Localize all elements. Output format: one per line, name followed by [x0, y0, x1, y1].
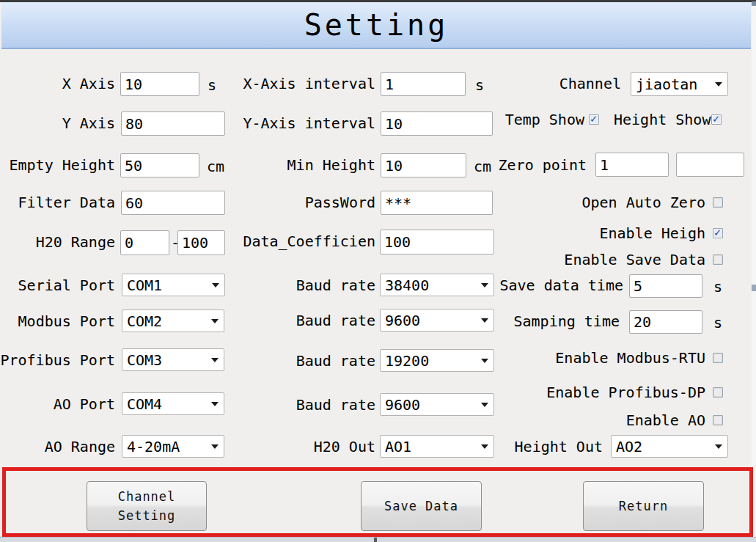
- chevron-down-icon: [715, 82, 722, 87]
- modbus-baud-label: Baud rate: [235, 309, 375, 333]
- serial-baud-value: 38400: [385, 277, 429, 294]
- ao-baud-label: Baud rate: [235, 393, 375, 417]
- scrollbar-top-mark: [752, 1, 756, 6]
- enable-save-data-label: Enable Save Data: [469, 252, 705, 267]
- background-window-mark: [374, 538, 377, 542]
- min-height-input[interactable]: [381, 153, 466, 177]
- samping-time-label: Samping time: [480, 310, 620, 334]
- modbus-baud-value: 9600: [385, 312, 420, 329]
- chevron-down-icon: [211, 402, 219, 406]
- filter-data-input[interactable]: [121, 191, 225, 215]
- modbus-port-value: COM2: [127, 312, 162, 330]
- save-data-time-label: Save data time: [484, 274, 623, 298]
- h2o-range-from-input[interactable]: [120, 230, 169, 255]
- zero-point-input-2[interactable]: [676, 153, 744, 177]
- channel-select[interactable]: jiaotan: [631, 72, 728, 96]
- temp-show-label: Temp Show: [477, 112, 584, 127]
- height-out-select[interactable]: AO2: [611, 435, 728, 458]
- enable-heigh-checkbox[interactable]: [713, 228, 723, 238]
- ao-range-label: AO Range: [0, 435, 115, 459]
- profibus-port-select[interactable]: COM3: [122, 348, 224, 371]
- chevron-down-icon: [211, 358, 219, 362]
- ao-port-label: AO Port: [0, 392, 115, 417]
- x-interval-label: X-Axis interval: [235, 72, 375, 96]
- enable-profibus-dp-checkbox[interactable]: [713, 387, 723, 398]
- chevron-down-icon: [715, 444, 722, 449]
- enable-profibus-dp-label: Enable Profibus-DP: [469, 385, 705, 400]
- x-axis-unit: s: [208, 73, 216, 98]
- chevron-down-icon: [211, 319, 219, 323]
- height-out-value: AO2: [616, 438, 642, 455]
- zero-point-input[interactable]: [595, 153, 669, 177]
- chevron-down-icon: [481, 403, 488, 407]
- save-data-time-input[interactable]: [629, 274, 702, 298]
- scrollbar-mid-mark: [752, 285, 756, 291]
- x-interval-unit: s: [475, 73, 484, 98]
- y-axis-input[interactable]: [121, 111, 225, 136]
- enable-save-data-checkbox[interactable]: [713, 254, 723, 265]
- height-show-checkbox[interactable]: [711, 114, 722, 125]
- channel-setting-button[interactable]: Channel Setting: [87, 481, 207, 531]
- y-interval-label: Y-Axis interval: [235, 111, 375, 136]
- enable-modbus-rtu-checkbox[interactable]: [713, 353, 723, 363]
- serial-baud-select[interactable]: 38400: [380, 274, 494, 296]
- save-data-time-unit: s: [713, 275, 722, 299]
- profibus-port-label: Profibus Port: [0, 348, 115, 373]
- modbus-baud-select[interactable]: 9600: [380, 309, 494, 332]
- ao-port-select[interactable]: COM4: [122, 392, 224, 415]
- height-out-label: Height Out: [484, 435, 603, 459]
- x-axis-label: X Axis: [0, 72, 115, 96]
- x-interval-input[interactable]: [381, 72, 466, 96]
- page-title: Setting: [304, 8, 449, 42]
- h2o-range-to-input[interactable]: [177, 230, 225, 255]
- enable-modbus-rtu-label: Enable Modbus-RTU: [469, 351, 705, 365]
- modbus-port-select[interactable]: COM2: [122, 310, 224, 332]
- height-show-label: Height Show: [614, 112, 706, 127]
- open-auto-zero-label: Open Auto Zero: [469, 195, 705, 210]
- x-axis-input[interactable]: [120, 72, 199, 96]
- min-height-label: Min Height: [235, 153, 375, 177]
- temp-show-checkbox[interactable]: [589, 114, 599, 125]
- empty-height-input[interactable]: [120, 153, 199, 177]
- y-axis-label: Y Axis: [0, 111, 115, 136]
- ao-range-select[interactable]: 4-20mA: [122, 435, 224, 458]
- title-bar: Setting: [1, 2, 751, 49]
- zero-point-label: Zero point: [477, 153, 587, 177]
- return-button[interactable]: Return: [583, 481, 704, 531]
- right-scrollbar-gutter[interactable]: [752, 1, 756, 542]
- open-auto-zero-checkbox[interactable]: [713, 197, 723, 208]
- empty-height-unit: cm: [207, 155, 224, 179]
- profibus-baud-value: 19200: [385, 352, 429, 370]
- empty-height-label: Empty Height: [0, 153, 115, 177]
- h2o-range-label: H20 Range: [0, 230, 115, 254]
- profibus-baud-label: Baud rate: [235, 349, 375, 373]
- modbus-port-label: Modbus Port: [0, 310, 115, 334]
- chevron-down-icon: [212, 283, 219, 288]
- password-label: PassWord: [235, 191, 375, 215]
- chevron-down-icon: [211, 444, 219, 449]
- samping-time-unit: s: [713, 311, 722, 335]
- enable-ao-checkbox[interactable]: [713, 415, 723, 425]
- serial-port-value: COM1: [127, 277, 162, 294]
- save-data-button[interactable]: Save Data: [361, 481, 482, 531]
- ao-baud-value: 9600: [385, 396, 420, 414]
- channel-value: jiaotan: [636, 76, 697, 93]
- channel-label: Channel: [506, 72, 621, 96]
- filter-data-label: Filter Data: [0, 191, 115, 215]
- enable-ao-label: Enable AO: [469, 413, 705, 428]
- serial-baud-label: Baud rate: [235, 274, 375, 298]
- enable-heigh-label: Enable Heigh: [469, 226, 705, 241]
- ao-range-value: 4-20mA: [127, 438, 180, 455]
- h2o-out-select[interactable]: AO1: [380, 435, 494, 458]
- serial-port-select[interactable]: COM1: [122, 274, 225, 296]
- ao-port-value: COM4: [127, 395, 162, 413]
- background-window-edge: [0, 537, 756, 542]
- serial-port-label: Serial Port: [0, 274, 115, 298]
- h2o-out-label: H20 Out: [235, 435, 375, 459]
- profibus-port-value: COM3: [127, 351, 162, 369]
- h2o-out-value: AO1: [385, 438, 411, 455]
- samping-time-input[interactable]: [629, 310, 702, 334]
- data-coefficien-label: Data_Coefficien: [235, 230, 375, 254]
